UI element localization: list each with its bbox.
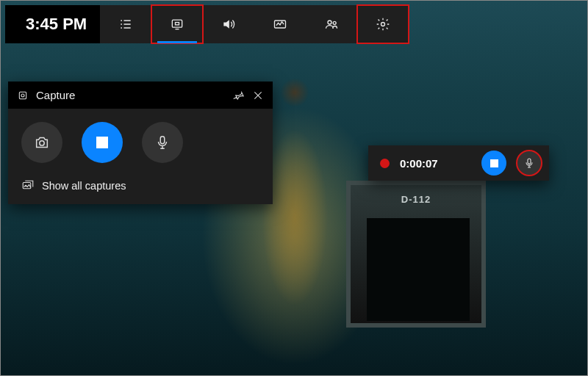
pin-button[interactable] [233,90,245,101]
settings-button[interactable] [357,5,409,43]
gear-icon [376,17,390,32]
performance-icon [273,17,287,32]
bg-door-label: D-112 [351,194,481,205]
svg-point-5 [333,21,336,24]
gallery-icon [21,179,35,192]
svg-rect-1 [172,20,182,27]
show-all-captures-label: Show all captures [42,180,126,192]
topbar-buttons [100,5,409,43]
widgets-list-icon [118,17,133,32]
capture-panel-header: Capture [8,82,273,109]
mic-toggle-button[interactable] [142,122,183,163]
recording-stop-button[interactable] [481,151,506,176]
recording-elapsed-time: 0:00:07 [400,157,471,170]
capture-button[interactable] [151,5,203,43]
recording-indicator-icon [380,159,390,168]
camera-icon [34,134,50,151]
svg-point-8 [21,94,24,97]
capture-header-icon [17,90,29,101]
clock-block: 3:45 PM [5,5,100,43]
svg-rect-10 [160,137,165,144]
microphone-icon [154,134,171,151]
clock-time: 3:45 PM [26,15,87,34]
capture-icon [170,17,184,32]
close-button[interactable] [252,90,264,101]
bg-door-interior [367,218,470,321]
svg-point-4 [328,21,331,24]
stop-recording-button[interactable] [82,122,123,163]
volume-icon [221,17,236,32]
show-all-captures-link[interactable]: Show all captures [8,170,273,204]
close-icon [252,90,264,101]
capture-panel: Capture Show all captures [8,82,273,204]
recording-mic-button[interactable] [517,151,542,176]
pin-icon [233,90,245,101]
widgets-button[interactable] [100,5,151,43]
microphone-icon [523,157,535,169]
screenshot-button[interactable] [21,122,62,163]
stop-icon [96,137,108,148]
svg-point-9 [40,141,44,145]
audio-button[interactable] [203,5,254,43]
svg-rect-12 [528,159,531,164]
capture-panel-title: Capture [36,89,226,101]
game-bar-topbar: 3:45 PM [5,5,409,43]
capture-panel-body [8,109,273,170]
people-icon [324,17,339,32]
bg-door: D-112 [346,181,486,328]
svg-rect-7 [19,92,26,98]
performance-button[interactable] [254,5,306,43]
social-button[interactable] [306,5,357,43]
stop-icon [490,159,498,167]
svg-rect-2 [176,23,179,25]
recording-status-bar: 0:00:07 [368,145,549,181]
svg-point-6 [381,23,385,26]
